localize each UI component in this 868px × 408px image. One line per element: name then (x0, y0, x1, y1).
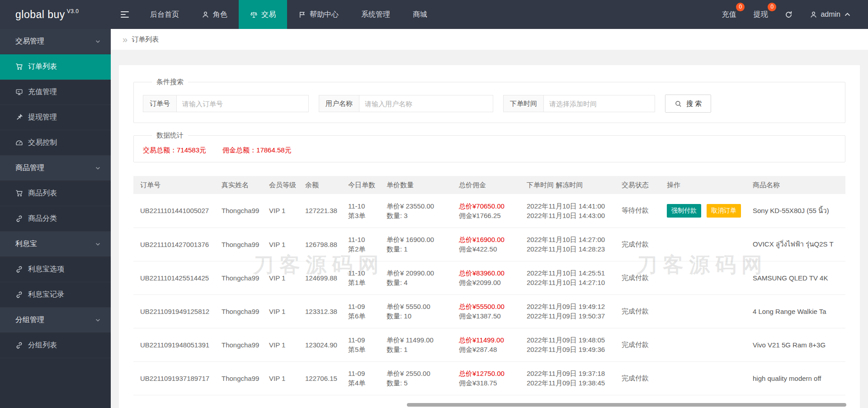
app-logo-text: global buy (15, 9, 65, 21)
topnav-item-label: 系统管理 (361, 10, 390, 19)
table-row: UB2211101441005027 Thongcha99 VIP 1 1272… (133, 194, 845, 228)
cell-times: 2022年11月09日 19:37:182022年11月09日 19:38:45 (522, 361, 617, 395)
top-nav: 后台首页角色交易帮助中心系统管理商城 (139, 0, 439, 29)
cell-vip-level: VIP 1 (264, 228, 301, 261)
breadcrumb: » 订单列表 (111, 29, 868, 50)
table-row: UB2211101427001376 Thongcha99 VIP 1 1267… (133, 228, 845, 261)
breadcrumb-text: 订单列表 (132, 35, 159, 44)
sidebar-item-6[interactable]: 商品列表 (0, 181, 111, 206)
cell-today-orders: 11-09第5单 (344, 328, 382, 361)
cell-price-quantity: 单价¥ 5550.00数量: 10 (382, 294, 454, 328)
cancel-order-button[interactable]: 取消订单 (707, 204, 741, 218)
force-pay-button[interactable]: 强制付款 (667, 204, 701, 218)
recharge-label: 充值 (722, 10, 736, 19)
cell-vip-level (264, 395, 301, 408)
sidebar-item-label: 商品分类 (28, 214, 57, 223)
refresh-icon (785, 11, 793, 19)
cell-real-name: Thongcha99 (217, 194, 264, 228)
search-legend: 条件搜索 (152, 78, 188, 86)
table-header-5: 单价数量 (382, 176, 454, 194)
cell-order-id (133, 395, 217, 408)
menu-toggle-icon[interactable] (111, 0, 139, 29)
topnav-item-3[interactable]: 帮助中心 (287, 0, 350, 29)
cell-order-id: UB2211101441005027 (133, 194, 217, 228)
cell-total-commission: 总价¥11499.00佣金¥287.48 (454, 328, 522, 361)
cell-price-quantity: 单价¥ 11499.00数量: 1 (382, 328, 454, 361)
cell-product-name: OVICX ลู่วิ่งไฟฟ้า รุ่นQ2S T (748, 228, 845, 261)
cell-status: 完成付款 (617, 361, 662, 395)
sidebar-item-4[interactable]: 交易控制 (0, 130, 111, 156)
cell-product-name: Sony KD-55X80J (55 นิ้ว) (748, 194, 845, 228)
topnav-item-0[interactable]: 后台首页 (139, 0, 190, 29)
order-list-card: 条件搜索 订单号 用户名称 下单时间 (119, 65, 860, 408)
board-icon (15, 88, 23, 96)
order-table: 订单号真实姓名会员等级余额今日单数单价数量总价佣金下单时间 解冻时间交易状态操作… (133, 176, 845, 408)
cell-total-commission: 总价¥55500.00佣金¥1387.50 (454, 294, 522, 328)
cell-real-name: Thongcha99 (217, 261, 264, 294)
user-icon (810, 11, 817, 19)
cell-product-name: Vivo V21 5G Ram 8+3G (748, 328, 845, 361)
order-time-field-group: 下单时间 (503, 95, 655, 112)
sidebar-item-12[interactable]: 分组列表 (0, 333, 111, 358)
link-icon (15, 215, 23, 223)
sidebar-item-label: 充值管理 (28, 87, 57, 97)
cell-today-orders: 11-09第6单 (344, 294, 382, 328)
stats-fieldset: 数据统计 交易总额：714583元 佣金总额：17864.58元 (133, 131, 845, 162)
chevron-up-icon (844, 11, 851, 19)
order-id-label: 订单号 (143, 95, 177, 112)
cell-vip-level: VIP 1 (264, 361, 301, 395)
sidebar-group-5[interactable]: 商品管理 (0, 156, 111, 181)
sidebar-group-11[interactable]: 分组管理 (0, 308, 111, 333)
cell-status: 完成付款 (617, 261, 662, 294)
cell-status: 等待付款 (617, 194, 662, 228)
sidebar-item-1[interactable]: 订单列表 (0, 54, 111, 80)
sidebar-item-7[interactable]: 商品分类 (0, 206, 111, 232)
withdraw-label: 提现 (753, 10, 768, 19)
topnav-withdraw[interactable]: 提现 0 (745, 0, 776, 29)
user-menu[interactable]: admin (801, 0, 860, 29)
topnav-item-label: 商城 (413, 10, 427, 19)
topnav-item-4[interactable]: 系统管理 (350, 0, 401, 29)
topnav-item-5[interactable]: 商城 (401, 0, 439, 29)
refresh-button[interactable] (776, 0, 801, 29)
table-row: UB2211091937189717 Thongcha99 VIP 1 1227… (133, 361, 845, 395)
status-text: 完成付款 (622, 341, 649, 348)
cell-vip-level: VIP 1 (264, 194, 301, 228)
chevron-down-icon (95, 317, 101, 323)
order-time-input[interactable] (544, 95, 655, 112)
cart-icon (15, 190, 23, 197)
table-header-1: 真实姓名 (217, 176, 264, 194)
sidebar-item-9[interactable]: 利息宝选项 (0, 257, 111, 282)
cell-real-name: Thongcha99 (217, 361, 264, 395)
sidebar-item-10[interactable]: 利息宝记录 (0, 282, 111, 308)
topnav-item-2[interactable]: 交易 (239, 0, 287, 29)
sidebar-item-2[interactable]: 充值管理 (0, 80, 111, 105)
sidebar-item-label: 利息宝选项 (28, 265, 64, 274)
cell-today-orders: 11-10第2单 (344, 228, 382, 261)
user-name-input[interactable] (359, 95, 493, 112)
horizontal-scrollbar-thumb[interactable] (407, 403, 846, 407)
user-icon (202, 11, 209, 19)
cell-today-orders: 11-09 (344, 395, 382, 408)
cell-today-orders: 11-10第3单 (344, 194, 382, 228)
topnav-item-label: 角色 (213, 10, 227, 19)
cell-real-name: Thongcha99 (217, 328, 264, 361)
sidebar-group-8[interactable]: 利息宝 (0, 232, 111, 257)
topnav-recharge[interactable]: 充值 0 (713, 0, 745, 29)
main-area: » 订单列表 条件搜索 订单号 用户名称 下单时间 (111, 29, 868, 408)
chevron-down-icon (95, 38, 101, 44)
sidebar-item-3[interactable]: 提现管理 (0, 105, 111, 130)
user-name: admin (821, 10, 840, 19)
cell-price-quantity: 单价¥ 23550.00数量: 3 (382, 194, 454, 228)
table-header-6: 总价佣金 (454, 176, 522, 194)
cell-product-name: high quality modern off (748, 361, 845, 395)
cart-icon (15, 63, 23, 71)
cell-real-name (217, 395, 264, 408)
cell-order-id: UB2211091937189717 (133, 361, 217, 395)
sidebar-group-0[interactable]: 交易管理 (0, 29, 111, 54)
topnav-item-1[interactable]: 角色 (190, 0, 239, 29)
search-button[interactable]: 搜 索 (665, 95, 711, 113)
sidebar-item-label: 分组列表 (28, 341, 57, 350)
status-text: 完成付款 (622, 274, 649, 281)
order-id-input[interactable] (177, 95, 309, 112)
